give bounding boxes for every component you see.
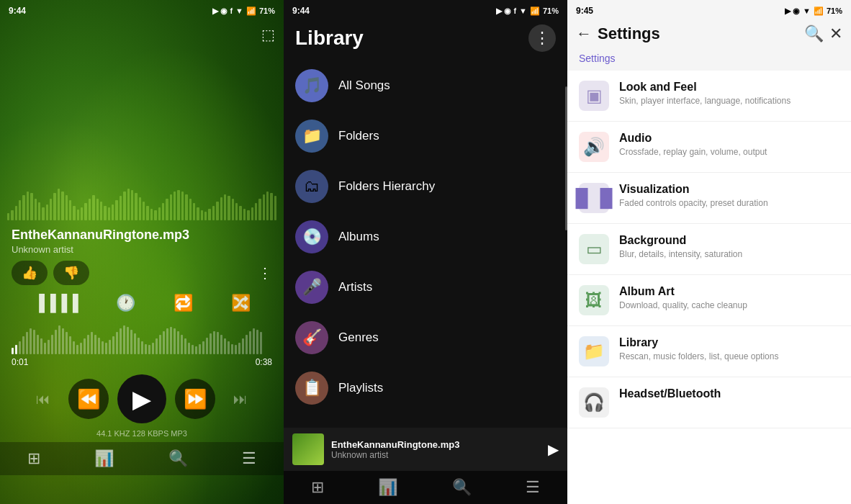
lib-item-label: Albums: [338, 230, 379, 244]
lib-item-label: Folders Hierarchy: [338, 179, 435, 194]
settings-item-title: Look and Feel: [619, 81, 839, 94]
settings-item-subtitle: Rescan, music folders, list, queue optio…: [619, 351, 839, 363]
library-title: Library: [295, 27, 364, 50]
album-art: [0, 19, 284, 220]
lib-status-bar: 9:44 ▶ ◉ f ▼ 📶 71%: [284, 0, 567, 19]
settings-battery: 71%: [827, 6, 842, 15]
status-icons: ▶ ◉ f ▼ 📶 71%: [212, 6, 275, 16]
dislike-button[interactable]: 👎: [53, 261, 89, 285]
settings-item-icon: 🎧: [579, 387, 609, 418]
battery-level: 71%: [259, 6, 275, 15]
library-list: 🎵 All Songs 📁 Folders 🗂 Folders Hierarch…: [284, 60, 567, 428]
bottom-nav: ⊞ 📊 🔍 ☰: [0, 442, 284, 475]
settings-item-icon: ▐▌▐▌: [579, 183, 609, 213]
settings-item-subtitle: Crossfade, replay gain, volume, output: [619, 146, 839, 158]
settings-header: ← Settings 🔍 ✕: [567, 19, 851, 49]
lib-item-artists[interactable]: 🎤 Artists: [284, 262, 567, 312]
lib-nav-search[interactable]: 🔍: [452, 478, 472, 497]
settings-status-bar: 9:45 ▶ ◉ ▼ 📶 71%: [567, 0, 851, 19]
settings-item-subtitle: Skin, player interface, language, notifi…: [619, 95, 839, 107]
settings-item-title: Background: [619, 234, 839, 247]
settings-item-subtitle: Blur, details, intensity, saturation: [619, 248, 839, 261]
time-total: 0:38: [256, 357, 272, 367]
scroll-indicator: [565, 86, 567, 230]
progress-section: 0:01 0:38: [0, 315, 284, 370]
visualizer-button[interactable]: ▐▐▐▐: [33, 294, 78, 312]
nav-home[interactable]: ⊞: [27, 449, 40, 468]
nav-search[interactable]: 🔍: [168, 449, 188, 468]
lib-item-all-songs[interactable]: 🎵 All Songs: [284, 60, 567, 111]
lib-item-genres[interactable]: 🎸 Genres: [284, 312, 567, 363]
lib-item-playlists[interactable]: 📋 Playlists: [284, 363, 567, 413]
nav-menu[interactable]: ☰: [242, 449, 256, 468]
library-panel: 9:44 ▶ ◉ f ▼ 📶 71% Library ⋮ 🎵 All Songs…: [284, 0, 567, 504]
lib-item-label: Artists: [338, 280, 372, 294]
shuffle-button[interactable]: 🔀: [231, 294, 251, 312]
settings-item-icon: ▭: [579, 234, 609, 264]
lib-status-time: 9:44: [292, 6, 310, 16]
lib-nav-stats[interactable]: 📊: [378, 478, 397, 497]
settings-item-icon: ▣: [579, 81, 609, 111]
np-play-button[interactable]: ▶: [548, 441, 559, 458]
lib-nav-home[interactable]: ⊞: [311, 478, 324, 497]
lib-item-icon: 💿: [295, 220, 328, 253]
settings-item-album-art[interactable]: 🖼 Album Art Download, quality, cache cle…: [567, 275, 851, 326]
prev-button[interactable]: ⏪: [68, 379, 109, 419]
lib-item-icon: 📋: [295, 372, 328, 405]
settings-close-button[interactable]: ✕: [829, 24, 842, 43]
lib-item-albums[interactable]: 💿 Albums: [284, 212, 567, 262]
repeat-button[interactable]: 🔁: [174, 294, 193, 312]
player-panel: 9:44 ▶ ◉ f ▼ 📶 71% ⬚ EntheKannanuRington…: [0, 0, 284, 504]
settings-search-button[interactable]: 🔍: [804, 24, 824, 43]
lib-item-label: All Songs: [338, 78, 390, 93]
time-row: 0:01 0:38: [12, 357, 272, 367]
secondary-controls: ▐▐▐▐ 🕐 🔁 🔀: [0, 291, 284, 315]
track-more-button[interactable]: ⋮: [258, 264, 272, 282]
settings-item-library[interactable]: 📁 Library Rescan, music folders, list, q…: [567, 326, 851, 377]
like-button[interactable]: 👍: [12, 261, 48, 285]
waveform-progress[interactable]: [12, 318, 272, 354]
play-button[interactable]: ▶: [117, 374, 166, 423]
nav-stats[interactable]: 📊: [94, 449, 114, 468]
settings-back-button[interactable]: ←: [576, 24, 592, 43]
settings-item-icon: 🔊: [579, 132, 609, 162]
settings-item-look-and-feel[interactable]: ▣ Look and Feel Skin, player interface, …: [567, 71, 851, 122]
now-playing-bar[interactable]: EntheKannanuRingtone.mp3 Unknown artist …: [284, 428, 567, 471]
queue-button[interactable]: 🕐: [116, 294, 135, 312]
lib-nav-menu[interactable]: ☰: [526, 478, 540, 497]
settings-item-title: Audio: [619, 132, 839, 145]
settings-item-background[interactable]: ▭ Background Blur, details, intensity, s…: [567, 224, 851, 275]
lib-item-label: Genres: [338, 330, 379, 345]
settings-list: ▣ Look and Feel Skin, player interface, …: [567, 71, 851, 504]
lib-item-icon: 🎵: [295, 69, 328, 102]
next-button[interactable]: ⏩: [175, 379, 215, 419]
settings-title: Settings: [598, 24, 798, 43]
settings-item-audio[interactable]: 🔊 Audio Crossfade, replay gain, volume, …: [567, 122, 851, 173]
lib-item-label: Playlists: [338, 381, 383, 395]
np-artist: Unknown artist: [331, 450, 541, 460]
cast-button[interactable]: ⬚: [261, 26, 275, 43]
settings-panel: 9:45 ▶ ◉ ▼ 📶 71% ← Settings 🔍 ✕ Settings…: [567, 0, 851, 504]
settings-item-visualization[interactable]: ▐▌▐▌ Visualization Faded controls opacit…: [567, 173, 851, 224]
library-more-button[interactable]: ⋮: [528, 24, 556, 52]
main-controls: ⏮ ⏪ ▶ ⏩ ⏭: [0, 370, 284, 428]
settings-item-subtitle: Faded controls opacity, preset duration: [619, 197, 839, 210]
settings-item-title: Library: [619, 336, 839, 349]
track-title: EntheKannanuRingtone.mp3: [12, 228, 272, 243]
settings-item-text: Audio Crossfade, replay gain, volume, ou…: [619, 132, 839, 158]
settings-item-text: Look and Feel Skin, player interface, la…: [619, 81, 839, 107]
settings-item-headset-bluetooth[interactable]: 🎧 Headset/Bluetooth: [567, 377, 851, 428]
next-next-button[interactable]: ⏭: [224, 382, 257, 415]
library-header: Library ⋮: [284, 19, 567, 60]
status-bar: 9:44 ▶ ◉ f ▼ 📶 71%: [0, 0, 284, 19]
time-current: 0:01: [12, 357, 28, 367]
lib-item-folders[interactable]: 📁 Folders: [284, 111, 567, 161]
status-time: 9:44: [9, 6, 26, 16]
lib-item-folders-hierarchy[interactable]: 🗂 Folders Hierarchy: [284, 161, 567, 212]
lib-item-icon: 🎤: [295, 271, 328, 304]
prev-prev-button[interactable]: ⏮: [27, 382, 60, 415]
track-artist: Unknown artist: [12, 244, 272, 255]
lib-bottom-nav: ⊞ 📊 🔍 ☰: [284, 471, 567, 504]
settings-item-title: Visualization: [619, 183, 839, 196]
settings-item-icon: 🖼: [579, 285, 609, 315]
